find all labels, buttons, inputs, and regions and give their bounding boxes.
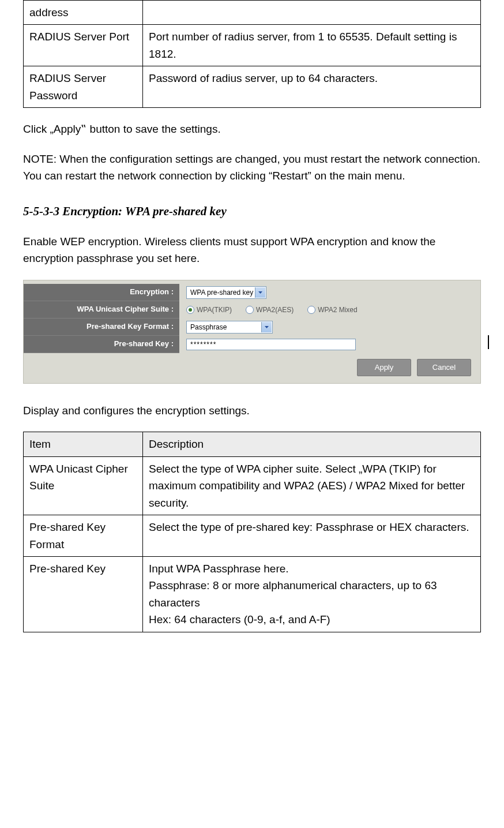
radio-icon bbox=[307, 306, 315, 314]
table-header-row: Item Description bbox=[24, 432, 481, 456]
radio-label: WPA2 Mixed bbox=[318, 305, 357, 316]
cell-desc: Select the type of pre-shared key: Passp… bbox=[143, 515, 481, 557]
cell-item: address bbox=[24, 1, 143, 25]
cell-item: Pre-shared Key Format bbox=[24, 515, 143, 557]
encryption-select[interactable]: WPA pre-shared key bbox=[186, 286, 266, 299]
radio-icon bbox=[246, 306, 254, 314]
table-row: Pre-shared Key Input WPA Passphrase here… bbox=[24, 556, 481, 632]
cell-desc: Select the type of WPA cipher suite. Sel… bbox=[143, 456, 481, 515]
preshared-key-value: ******** bbox=[190, 339, 216, 350]
row-encryption: Encryption : WPA pre-shared key bbox=[24, 280, 480, 301]
apply-button[interactable]: Apply bbox=[357, 359, 411, 376]
intro-paragraph: Enable WEP encryption. Wireless clients … bbox=[23, 233, 481, 267]
cipher-radio-group: WPA(TKIP) WPA2(AES) WPA2 Mixed bbox=[186, 305, 358, 316]
cell-desc bbox=[143, 1, 481, 25]
note-paragraph: NOTE: When the configuration settings ar… bbox=[23, 151, 481, 185]
cancel-button[interactable]: Cancel bbox=[417, 359, 471, 376]
preshared-key-input[interactable]: ******** bbox=[186, 339, 356, 350]
format-select[interactable]: Passphrase bbox=[186, 321, 273, 334]
chevron-down-icon bbox=[255, 287, 265, 298]
table-row: RADIUS Server Port Port number of radius… bbox=[24, 25, 481, 66]
chevron-down-icon bbox=[261, 322, 272, 332]
cell-desc: Input WPA Passphrase here. Passphrase: 8… bbox=[143, 556, 481, 632]
table-row: WPA Unicast Cipher Suite Select the type… bbox=[24, 456, 481, 515]
table-row: Pre-shared Key Format Select the type of… bbox=[24, 515, 481, 557]
wpa-params-table: Item Description WPA Unicast Cipher Suit… bbox=[23, 432, 481, 632]
radio-label: WPA(TKIP) bbox=[197, 305, 232, 316]
radio-wpa2-mixed[interactable]: WPA2 Mixed bbox=[307, 305, 357, 316]
display-paragraph: Display and configures the encryption se… bbox=[23, 402, 481, 419]
encryption-select-value: WPA pre-shared key bbox=[190, 287, 253, 298]
cell-item: WPA Unicast Cipher Suite bbox=[24, 456, 143, 515]
label-key: Pre-shared Key : bbox=[24, 336, 179, 353]
radio-icon bbox=[186, 306, 194, 314]
label-format: Pre-shared Key Format : bbox=[24, 319, 179, 336]
cell-item: Pre-shared Key bbox=[24, 556, 143, 632]
radio-wpa-tkip[interactable]: WPA(TKIP) bbox=[186, 305, 232, 316]
label-encryption: Encryption : bbox=[24, 284, 179, 301]
label-cipher: WPA Unicast Cipher Suite : bbox=[24, 301, 179, 319]
row-cipher: WPA Unicast Cipher Suite : WPA(TKIP) WPA… bbox=[24, 301, 480, 319]
section-heading: 5-5-3-3 Encryption: WPA pre-shared key bbox=[23, 202, 481, 221]
header-desc: Description bbox=[143, 432, 481, 456]
cell-item: RADIUS Server Password bbox=[24, 66, 143, 108]
cell-item: RADIUS Server Port bbox=[24, 25, 143, 66]
radio-wpa2-aes[interactable]: WPA2(AES) bbox=[246, 305, 294, 316]
wpa-settings-panel: Encryption : WPA pre-shared key WPA Unic… bbox=[23, 280, 481, 384]
row-format: Pre-shared Key Format : Passphrase bbox=[24, 319, 480, 336]
table-row: RADIUS Server Password Password of radiu… bbox=[24, 66, 481, 108]
radius-params-table: address RADIUS Server Port Port number o… bbox=[23, 0, 481, 108]
text-cursor-mark bbox=[488, 335, 489, 349]
table-row: address bbox=[24, 1, 481, 25]
format-select-value: Passphrase bbox=[190, 322, 227, 333]
header-item: Item bbox=[24, 432, 143, 456]
cell-desc: Port number of radius server, from 1 to … bbox=[143, 25, 481, 66]
radio-label: WPA2(AES) bbox=[256, 305, 294, 316]
apply-paragraph: Click „Apply‟ button to save the setting… bbox=[23, 121, 481, 137]
cell-desc: Password of radius server, up to 64 char… bbox=[143, 66, 481, 108]
row-key: Pre-shared Key : ******** bbox=[24, 336, 480, 353]
